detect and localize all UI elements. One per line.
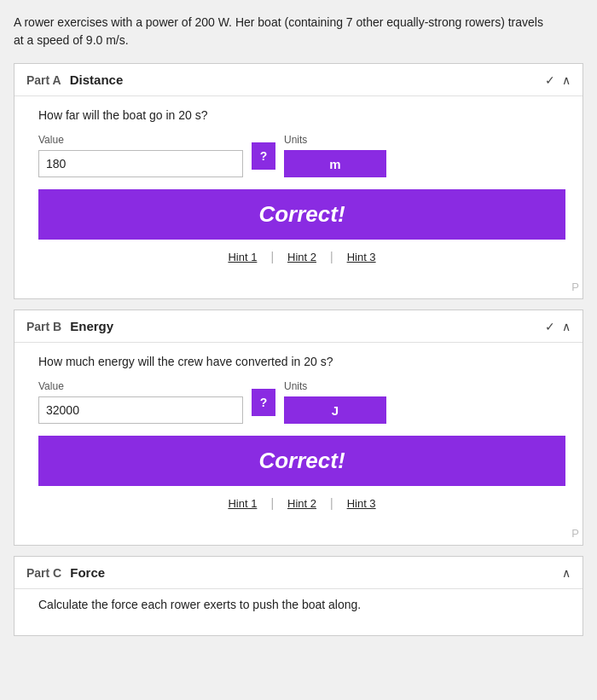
part-a-value-label: Value (38, 134, 243, 146)
part-b-correct-banner: Correct! (38, 436, 565, 486)
part-a-input-row: Value ? Units m (38, 134, 565, 177)
part-b-hints-row: Hint 1 | Hint 2 | Hint 3 (38, 496, 565, 510)
part-b-correct-text: Correct! (258, 448, 345, 473)
part-a-hints-row: Hint 1 | Hint 2 | Hint 3 (38, 250, 565, 263)
part-a-hint1[interactable]: Hint 1 (214, 251, 270, 263)
intro-line1: A rower exercises with a power of 200 W.… (14, 15, 543, 29)
part-b-hint2[interactable]: Hint 2 (274, 497, 330, 510)
part-b-title: Energy (70, 319, 113, 333)
part-b-value-label: Value (38, 380, 243, 392)
part-a-header: Part A Distance ✓ ∧ (14, 64, 583, 96)
part-c-header-left: Part C Force (26, 565, 105, 580)
part-b-checkmark: ✓ (545, 320, 555, 333)
part-b-section: Part B Energy ✓ ∧ How much energy will t… (14, 310, 583, 546)
part-b-hint1[interactable]: Hint 1 (214, 497, 270, 510)
part-b-units[interactable]: J (284, 396, 386, 424)
part-c-caret-up[interactable]: ∧ (562, 566, 571, 580)
part-c-title: Force (70, 565, 105, 580)
part-c-controls: ∧ (562, 566, 571, 580)
part-a-caret-up[interactable]: ∧ (562, 73, 571, 87)
part-b-units-group: Units J (284, 380, 386, 424)
part-a-body: How far will the boat go in 20 s? Value … (14, 96, 583, 281)
part-a-units[interactable]: m (284, 150, 386, 177)
part-a-units-group: Units m (284, 134, 386, 177)
part-a-correct-banner: Correct! (38, 189, 565, 240)
part-a-hint3[interactable]: Hint 3 (333, 251, 390, 263)
part-b-controls: ✓ ∧ (545, 320, 571, 333)
part-a-checkmark: ✓ (545, 73, 555, 87)
part-b-input-row: Value ? Units J (38, 380, 565, 424)
part-b-value-input[interactable] (38, 396, 243, 424)
part-b-question: How much energy will the crew have conve… (38, 355, 565, 368)
part-c-label: Part C (26, 566, 61, 580)
part-a-hint2[interactable]: Hint 2 (274, 251, 330, 263)
part-a-title: Distance (70, 72, 124, 87)
part-a-controls: ✓ ∧ (545, 73, 571, 87)
part-a-section: Part A Distance ✓ ∧ How far will the boa… (14, 63, 583, 299)
part-c-header: Part C Force ∧ (14, 557, 583, 588)
part-b-header-left: Part B Energy (26, 319, 113, 333)
intro-text: A rower exercises with a power of 200 W.… (14, 14, 583, 49)
part-c-body: Calculate the force each rower exerts to… (14, 589, 583, 635)
part-a-units-label: Units (284, 134, 386, 146)
part-b-value-group: Value (38, 380, 243, 424)
part-a-header-left: Part A Distance (26, 72, 123, 87)
intro-line2: at a speed of 9.0 m/s. (14, 33, 129, 47)
part-a-value-group: Value (38, 134, 243, 177)
part-a-question: How far will the boat go in 20 s? (38, 108, 565, 122)
part-b-p-indicator: P (14, 527, 583, 545)
part-c-question: Calculate the force each rower exerts to… (38, 598, 565, 611)
part-a-question-btn[interactable]: ? (252, 142, 275, 170)
part-b-question-btn[interactable]: ? (252, 389, 275, 416)
part-a-label: Part A (26, 73, 61, 87)
part-b-label: Part B (26, 320, 61, 333)
part-a-correct-text: Correct! (258, 201, 345, 227)
part-a-value-input[interactable] (38, 150, 243, 177)
part-b-units-label: Units (284, 380, 386, 392)
part-b-hint3[interactable]: Hint 3 (333, 497, 390, 510)
part-b-caret-up[interactable]: ∧ (562, 320, 571, 333)
part-b-body: How much energy will the crew have conve… (14, 343, 583, 527)
part-b-header: Part B Energy ✓ ∧ (14, 310, 583, 343)
part-a-p-indicator: P (14, 281, 583, 298)
part-c-section: Part C Force ∧ Calculate the force each … (14, 556, 583, 636)
